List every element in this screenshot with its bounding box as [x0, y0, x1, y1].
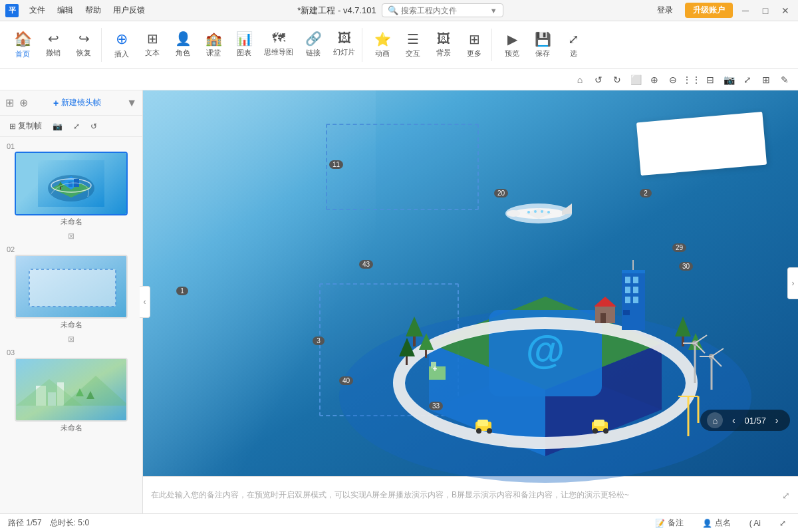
select-label: 选	[570, 49, 577, 59]
insert-icon: ⊕	[116, 31, 128, 48]
more-slide-btn[interactable]: ↺	[86, 120, 101, 133]
toolbar-undo[interactable]: ↩ 撤销	[39, 28, 68, 61]
copy-frame-button[interactable]: ⊞ 复制帧	[5, 118, 46, 134]
svg-point-79	[547, 211, 550, 213]
ai-status-button[interactable]: ( Ai	[745, 517, 765, 529]
fullscreen-icon: ⤢	[779, 519, 786, 528]
menu-file[interactable]: 文件	[24, 3, 51, 17]
notes-status-icon: 📝	[655, 519, 665, 528]
svg-rect-64	[477, 420, 488, 426]
action-grid[interactable]: ⊞	[758, 72, 774, 88]
title-bar: 平 文件 编辑 帮助 用户反馈 *新建工程 - v4.7.101 🔍 ▼ 登录 …	[0, 0, 798, 21]
statusbar-right: 📝 备注 👤 点名 ( Ai ⤢	[651, 516, 790, 530]
toolbar-select[interactable]: ⤢ 选	[559, 29, 588, 61]
fullscreen-status-button[interactable]: ⤢	[775, 517, 790, 529]
action-camera[interactable]: 📷	[721, 72, 737, 88]
toolbar-chart[interactable]: 📊 图表	[229, 28, 259, 61]
toolbar-redo[interactable]: ↪ 恢复	[69, 28, 98, 61]
slide-icon: 🖼	[338, 31, 351, 46]
slide-spacer-02: ⊠	[5, 332, 137, 346]
toolbar-nav-group: 🏠 首页 ↩ 撤销 ↪ 恢复	[5, 28, 102, 62]
toolbar-home[interactable]: 🏠 首页	[8, 28, 37, 62]
slide-navigation: ⌂ ‹ 01/57 ›	[700, 410, 790, 431]
nav-prev-button[interactable]: ‹	[727, 414, 740, 427]
more-icon: ⊞	[469, 31, 480, 47]
toolbar-insert[interactable]: ⊕ 插入	[107, 28, 136, 62]
slide-item-02[interactable]: 02	[5, 245, 137, 330]
toolbar-mindmap[interactable]: 🗺 思维导图	[260, 28, 297, 60]
slide-thumb-03[interactable]	[15, 358, 128, 422]
toolbar-link[interactable]: 🔗 链接	[299, 28, 328, 61]
toolbar-animation[interactable]: ⭐ 动画	[368, 29, 397, 61]
badge-29: 29	[672, 243, 686, 252]
bookmark-status-button[interactable]: 👤 点名	[698, 516, 735, 530]
toolbar-slide[interactable]: 🖼 幻灯片	[329, 28, 359, 60]
action-distribute[interactable]: ⊟	[702, 72, 718, 88]
thumb-svg-01	[38, 160, 104, 207]
nav-next-button[interactable]: ›	[770, 414, 783, 427]
toolbar-preview[interactable]: ▶ 预览	[497, 29, 527, 61]
login-button[interactable]: 登录	[650, 3, 680, 18]
role-icon: 👤	[175, 31, 192, 47]
slide-thumb-01[interactable]	[15, 152, 128, 215]
fit-button[interactable]: ⤢	[69, 120, 84, 133]
action-home[interactable]: ⌂	[572, 72, 588, 88]
minimize-button[interactable]: ─	[738, 3, 753, 18]
action-zoom-in[interactable]: ⊕	[646, 72, 662, 88]
link-icon: 🔗	[305, 31, 322, 47]
svg-rect-39	[625, 277, 630, 283]
screenshot-button[interactable]: 📷	[49, 120, 66, 133]
animation-icon: ⭐	[374, 31, 391, 47]
notes-status-button[interactable]: 📝 备注	[651, 516, 688, 530]
search-dropdown-icon[interactable]: ▼	[490, 7, 497, 15]
maximize-button[interactable]: □	[758, 3, 773, 18]
class-icon: 🏫	[205, 31, 222, 47]
action-fullscreen[interactable]: ⤢	[739, 72, 755, 88]
badge-43: 43	[359, 260, 373, 269]
svg-rect-29	[413, 336, 416, 346]
mindmap-icon: 🗺	[272, 31, 285, 46]
search-input[interactable]	[401, 6, 487, 15]
upgrade-button[interactable]: 升级账户	[685, 3, 733, 18]
menu-edit[interactable]: 编辑	[52, 3, 78, 17]
search-bar[interactable]: 🔍 ▼	[382, 3, 503, 17]
right-panel-expand[interactable]: ›	[787, 267, 798, 299]
toolbar-text[interactable]: ⊞ 文本	[138, 28, 167, 61]
toolbar-class[interactable]: 🏫 课堂	[199, 28, 228, 61]
action-rotate-right[interactable]: ↻	[609, 72, 625, 88]
main-toolbar: 🏠 首页 ↩ 撤销 ↪ 恢复 ⊕ 插入 ⊞ 文本 👤 角色 🏫 课堂 📊	[0, 21, 798, 69]
sidebar-collapse-button[interactable]: ‹	[140, 286, 150, 318]
toolbar-background[interactable]: 🖼 背景	[429, 29, 458, 61]
svg-rect-43	[625, 297, 630, 303]
action-copy[interactable]: ⬜	[628, 72, 644, 88]
action-edit[interactable]: ✎	[777, 72, 793, 88]
toolbar-role[interactable]: 👤 角色	[168, 28, 198, 61]
slide-item-03[interactable]: 03	[5, 348, 137, 433]
toolbar-interact[interactable]: ☰ 交互	[398, 29, 428, 61]
svg-rect-49	[600, 313, 606, 323]
canvas-content[interactable]: @	[143, 90, 798, 476]
slide-thumb-02[interactable]	[15, 255, 128, 319]
slides-panel: ⊞ ⊕ + 新建镜头帧 ▼ ⊞ 复制帧 📷 ⤢ ↺	[0, 90, 143, 513]
toolbar-more[interactable]: ⊞ 更多	[460, 29, 489, 61]
menu-feedback[interactable]: 用户反馈	[108, 3, 150, 17]
slide-item-01[interactable]: 01	[5, 142, 137, 227]
add-frame-button[interactable]: + 新建镜头帧	[51, 96, 104, 110]
slide-spacer-01: ⊠	[5, 229, 137, 243]
frame-selector-icon[interactable]: ⊞	[5, 96, 14, 109]
close-button[interactable]: ✕	[778, 3, 793, 18]
slide-counter: 01/57	[744, 416, 766, 426]
action-zoom-out[interactable]: ⊖	[665, 72, 681, 88]
action-rotate-left[interactable]: ↺	[591, 72, 606, 88]
text-icon: ⊞	[147, 31, 158, 47]
slide-label-02: 未命名	[61, 320, 82, 330]
svg-point-69	[593, 428, 598, 434]
svg-point-66	[487, 428, 492, 434]
toolbar-output-group: ▶ 预览 💾 保存 ⤢ 选	[495, 29, 591, 61]
toolbar-save[interactable]: 💾 保存	[528, 29, 557, 61]
action-align[interactable]: ⋮⋮	[684, 72, 700, 88]
frame-add-icon[interactable]: ⊕	[19, 96, 28, 109]
nav-home-button[interactable]: ⌂	[707, 412, 723, 428]
menu-help[interactable]: 帮助	[80, 3, 106, 17]
slide-label-01: 未命名	[61, 217, 82, 227]
